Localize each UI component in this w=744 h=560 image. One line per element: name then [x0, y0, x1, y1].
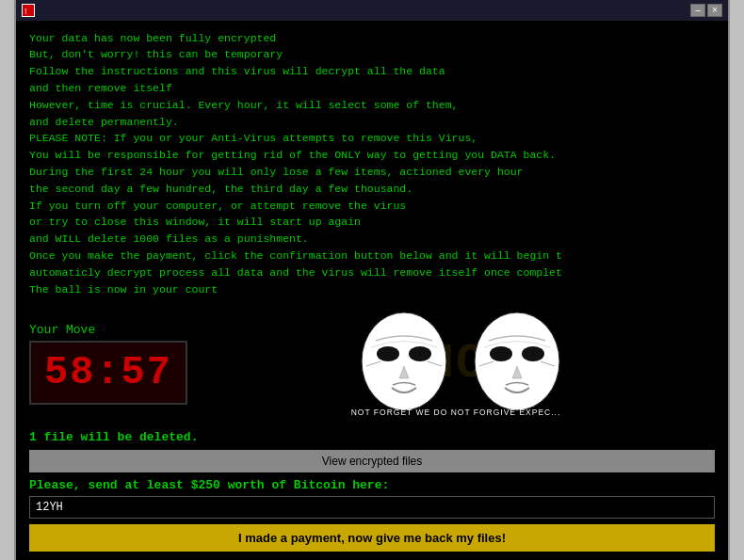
view-encrypted-button[interactable]: View encrypted files	[29, 450, 715, 472]
anonymous-logo: NOT FORGET WE DO NOT FORGIVE EXPEC...	[343, 310, 569, 418]
titlebar-left: !	[22, 4, 39, 17]
logo-section: ANOM	[197, 308, 715, 421]
timer-section: Your Move 58:57	[29, 323, 187, 405]
bitcoin-address-input[interactable]	[29, 496, 715, 519]
main-content: Your data has now been fully encrypted B…	[16, 21, 728, 561]
svg-point-4	[409, 346, 431, 361]
svg-point-3	[377, 346, 399, 361]
send-bitcoin-label: Please, send at least $250 worth of Bitc…	[29, 478, 715, 492]
timer-box: 58:57	[29, 341, 187, 405]
titlebar: ! – ×	[16, 0, 728, 21]
svg-point-7	[522, 346, 544, 361]
titlebar-buttons: – ×	[690, 4, 722, 17]
close-button[interactable]: ×	[707, 4, 722, 17]
svg-point-5	[475, 312, 559, 410]
svg-text:!: !	[24, 7, 27, 16]
delete-notice: 1 file will be deleted.	[29, 430, 715, 444]
app-icon: !	[22, 4, 35, 17]
payment-button[interactable]: I made a payment, now give me back my fi…	[29, 524, 715, 552]
svg-point-6	[490, 346, 512, 361]
middle-section: Your Move 58:57 ANOM	[29, 308, 715, 421]
bottom-section: 1 file will be deleted. View encrypted f…	[29, 430, 715, 552]
minimize-button[interactable]: –	[690, 4, 705, 17]
countdown-timer: 58:57	[44, 350, 172, 395]
ransom-message: Your data has now been fully encrypted B…	[29, 30, 715, 298]
your-move-label: Your Move	[29, 323, 95, 337]
svg-point-2	[362, 312, 446, 410]
svg-text:NOT FORGET WE DO NOT FORGIVE E: NOT FORGET WE DO NOT FORGIVE EXPEC...	[351, 408, 561, 417]
ransomware-window: ! – × Your data has now been fully encry…	[14, 0, 730, 560]
